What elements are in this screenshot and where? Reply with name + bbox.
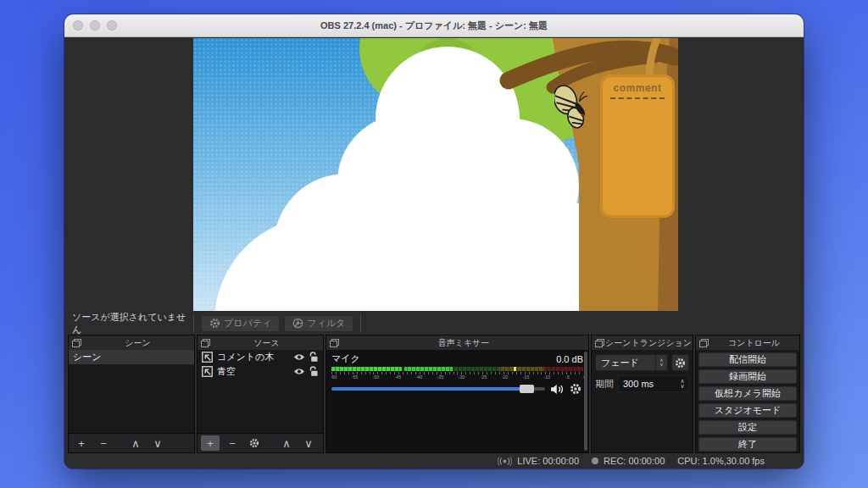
live-time: LIVE: 00:00:00 [517,456,579,466]
volume-slider[interactable] [331,387,545,391]
unlock-icon[interactable] [309,366,319,377]
source-toolbar: ソースが選択されていません プロパティ フィルタ [64,312,804,335]
studio-mode-button[interactable]: スタジオモード [698,403,797,418]
scenes-list: シーン [69,350,194,433]
mixer-body: マイク 0.0 dB -60-55 -50-45 -40-35 -30-25 -… [326,350,588,452]
remove-scene-button[interactable]: − [94,435,113,451]
source-list-item[interactable]: 青空 [198,364,323,379]
properties-button-label: プロパティ [224,317,271,330]
live-status: LIVE: 00:00:00 [498,456,579,466]
transitions-body: フェード ∧∨ 期間 300 ms ∧∨ [592,350,693,452]
obs-window: OBS 27.2.4 (mac) - プロファイル: 無題 - シーン: 無題 [64,14,804,469]
broadcast-icon [498,457,512,466]
popout-icon[interactable] [72,339,81,347]
cpu-fps-text: CPU: 1.0%,30.00 fps [677,456,765,466]
move-source-down-button[interactable]: ∨ [299,435,318,451]
filters-button[interactable]: フィルタ [284,315,353,332]
sources-dock: ソース コメントの木 [197,335,324,453]
source-list-item[interactable]: コメントの木 [198,350,323,364]
record-dot-icon [592,458,598,464]
source-toolbar-buttons: プロパティ フィルタ [193,314,361,332]
scenes-dock-header[interactable]: シーン [69,336,194,350]
no-source-selected-label: ソースが選択されていません [64,311,193,336]
mixer-gear-icon[interactable] [570,383,581,395]
visibility-eye-icon[interactable] [293,368,305,375]
gear-icon [249,438,259,448]
transition-selected-value: フェード [601,357,639,369]
visibility-eye-icon[interactable] [293,353,305,361]
chevron-up-down-icon: ∧∨ [655,355,667,370]
sources-dock-toolbar: + − ∧ ∨ [198,433,323,452]
remove-source-button[interactable]: − [223,435,242,451]
popout-icon[interactable] [699,339,709,347]
volume-slider-handle[interactable] [520,385,534,393]
transition-properties-button[interactable] [671,354,689,371]
transitions-dock-header[interactable]: シーントランジション [592,336,693,350]
zoom-window-button[interactable] [107,20,117,30]
speaker-icon[interactable] [550,384,565,395]
mixer-dock-title: 音声ミキサー [339,337,588,349]
rec-status: REC: 00:00:00 [592,456,665,466]
exit-button[interactable]: 終了 [698,437,797,452]
filters-button-label: フィルタ [307,317,345,330]
image-source-icon [202,352,213,363]
start-streaming-button[interactable]: 配信開始 [698,352,797,367]
traffic-lights [73,14,117,36]
scene-list-item[interactable]: シーン [69,350,194,364]
rec-time: REC: 00:00:00 [604,456,665,466]
source-name: コメントの木 [217,351,289,363]
settings-button[interactable]: 設定 [698,420,797,435]
comment-sign-dashed-line [610,97,665,99]
scene-transitions-dock: シーントランジション フェード ∧∨ 期間 [591,335,693,453]
popout-icon[interactable] [201,339,210,347]
start-virtual-camera-button[interactable]: 仮想カメラ開始 [698,386,797,401]
butterfly [554,80,593,133]
mixer-db-value: 0.0 dB [556,354,583,364]
scenes-dock-title: シーン [81,337,194,349]
transitions-dock-title: シーントランジション [604,337,693,349]
mixer-channel-name: マイク [331,352,360,365]
audio-level-meter [331,367,583,371]
window-title: OBS 27.2.4 (mac) - プロファイル: 無題 - シーン: 無題 [320,19,548,32]
preview-canvas[interactable]: comment [193,38,678,311]
duration-value: 300 ms [618,379,676,389]
start-recording-button[interactable]: 録画開始 [698,369,797,384]
scene-name: シーン [73,351,190,363]
move-scene-up-button[interactable]: ∧ [126,435,145,451]
controls-dock-title: コントロール [709,337,799,349]
peak-indicator [514,367,516,371]
gear-icon [209,318,220,329]
status-bar: LIVE: 00:00:00 REC: 00:00:00 CPU: 1.0%,3… [64,453,804,469]
unlock-icon[interactable] [309,352,319,363]
spinbox-arrows[interactable]: ∧∨ [676,379,688,389]
audio-mixer-dock: 音声ミキサー マイク 0.0 dB -60-55 -50-45 -40-35 -… [326,335,589,453]
move-scene-down-button[interactable]: ∨ [148,435,167,451]
meter-tick-labels: -60-55 -50-45 -40-35 -30-25 -20-15 -10-5… [330,374,587,380]
main-content: comment ソースが選択されていません [64,37,804,469]
sources-dock-title: ソース [210,337,323,349]
minimize-window-button[interactable] [90,20,100,30]
controls-body: 配信開始 録画開始 仮想カメラ開始 スタジオモード 設定 終了 [696,350,799,452]
mixer-dock-header[interactable]: 音声ミキサー [326,336,588,350]
controls-dock: コントロール 配信開始 録画開始 仮想カメラ開始 スタジオモード 設定 終了 [695,335,800,453]
popout-icon[interactable] [595,339,604,347]
transition-select[interactable]: フェード ∧∨ [595,354,668,371]
duration-label: 期間 [595,378,614,391]
duration-spinbox[interactable]: 300 ms ∧∨ [617,375,689,392]
sources-dock-header[interactable]: ソース [198,336,323,350]
move-source-up-button[interactable]: ∧ [277,435,296,451]
properties-button[interactable]: プロパティ [201,315,280,332]
desktop: { "window": { "title": "OBS 27.2.4 (mac)… [0,0,868,488]
cpu-status: CPU: 1.0%,30.00 fps [677,456,765,466]
titlebar[interactable]: OBS 27.2.4 (mac) - プロファイル: 無題 - シーン: 無題 [64,14,804,37]
source-properties-button[interactable] [245,435,264,451]
controls-dock-header[interactable]: コントロール [696,336,799,350]
close-window-button[interactable] [73,20,83,30]
comment-sign-title: comment [600,82,675,94]
scenes-dock-toolbar: + − ∧ ∨ [69,433,194,452]
mixer-scrollbar[interactable] [584,352,587,451]
add-source-button[interactable]: + [201,435,220,451]
popout-icon[interactable] [330,339,339,347]
image-source-icon [202,366,213,377]
add-scene-button[interactable]: + [72,435,91,451]
